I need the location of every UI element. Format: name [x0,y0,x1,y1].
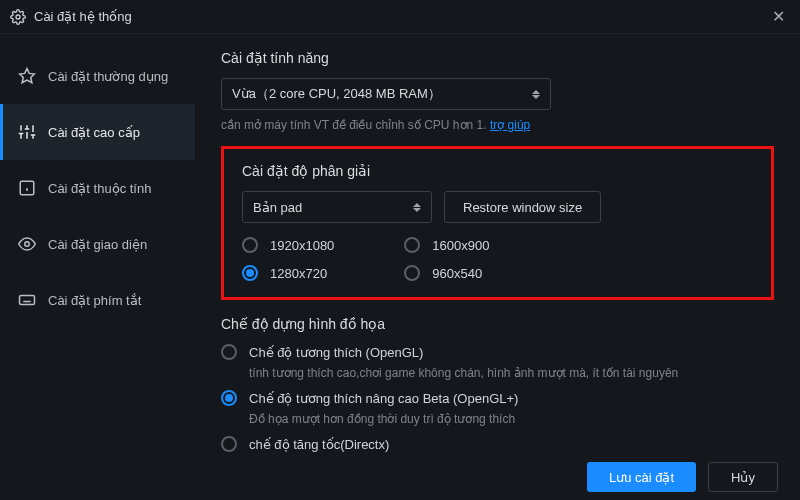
cancel-button[interactable]: Hủy [708,462,778,492]
help-link[interactable]: trợ giúp [490,118,530,132]
sidebar-item-label: Cài đặt thường dụng [48,69,168,84]
star-icon [18,67,36,85]
radio-dot-icon [221,390,237,406]
svg-point-0 [16,15,20,19]
sidebar-item-shortcuts[interactable]: Cài đặt phím tắt [0,272,195,328]
chevron-updown-icon [532,90,540,99]
radio-dot-icon [242,265,258,281]
chevron-updown-icon [413,203,421,212]
sliders-icon [18,123,36,141]
sidebar-item-label: Cài đặt cao cấp [48,125,140,140]
svg-point-14 [25,242,30,247]
keyboard-icon [18,291,36,309]
graphics-radio-directx[interactable]: chế độ tăng tốc(Directx) [221,436,774,452]
radio-dot-icon [221,344,237,360]
sidebar-item-label: Cài đặt thuộc tính [48,181,151,196]
close-icon[interactable]: ✕ [766,5,790,29]
radio-dot-icon [404,237,420,253]
radio-dot-icon [221,436,237,452]
graphics-radio-opengl-plus[interactable]: Chế độ tương thích nâng cao Beta (OpenGL… [221,390,774,406]
dropdown-value: Bản pad [253,200,302,215]
performance-dropdown[interactable]: Vừa（2 core CPU, 2048 MB RAM） [221,78,551,110]
resolution-mode-dropdown[interactable]: Bản pad [242,191,432,223]
dropdown-value: Vừa（2 core CPU, 2048 MB RAM） [232,85,441,103]
sidebar: Cài đặt thường dụng Cài đặt cao cấp Cài … [0,34,195,454]
window-title: Cài đặt hệ thống [34,9,766,24]
svg-rect-15 [20,296,35,305]
restore-window-button[interactable]: Restore window size [444,191,601,223]
feature-title: Cài đặt tính năng [221,50,774,66]
graphics-desc: Đồ họa mượt hơn đồng thời duy trì độ tươ… [249,410,774,428]
radio-dot-icon [242,237,258,253]
sidebar-item-advanced[interactable]: Cài đặt cao cấp [0,104,195,160]
sidebar-item-properties[interactable]: Cài đặt thuộc tính [0,160,195,216]
resolution-radio-1280x720[interactable]: 1280x720 [242,265,334,281]
radio-dot-icon [404,265,420,281]
graphics-desc: tính tương thích cao,chơi game không chá… [249,364,774,382]
resolution-radio-1920x1080[interactable]: 1920x1080 [242,237,334,253]
info-icon [18,179,36,197]
resolution-radio-960x540[interactable]: 960x540 [404,265,489,281]
resolution-radio-1600x900[interactable]: 1600x900 [404,237,489,253]
sidebar-item-common[interactable]: Cài đặt thường dụng [0,48,195,104]
vt-hint: cần mở máy tính VT đề điều chỉnh số CPU … [221,118,774,132]
resolution-title: Cài đặt độ phân giải [242,163,753,179]
svg-marker-1 [20,69,35,83]
gear-icon [10,9,26,25]
resolution-highlight-box: Cài đặt độ phân giải Bản pad Restore win… [221,146,774,300]
save-button[interactable]: Lưu cài đặt [587,462,696,492]
graphics-title: Chế độ dựng hình đồ họa [221,316,774,332]
eye-icon [18,235,36,253]
sidebar-item-interface[interactable]: Cài đặt giao diện [0,216,195,272]
sidebar-item-label: Cài đặt phím tắt [48,293,141,308]
sidebar-item-label: Cài đặt giao diện [48,237,147,252]
graphics-radio-opengl[interactable]: Chế độ tương thích (OpenGL) [221,344,774,360]
